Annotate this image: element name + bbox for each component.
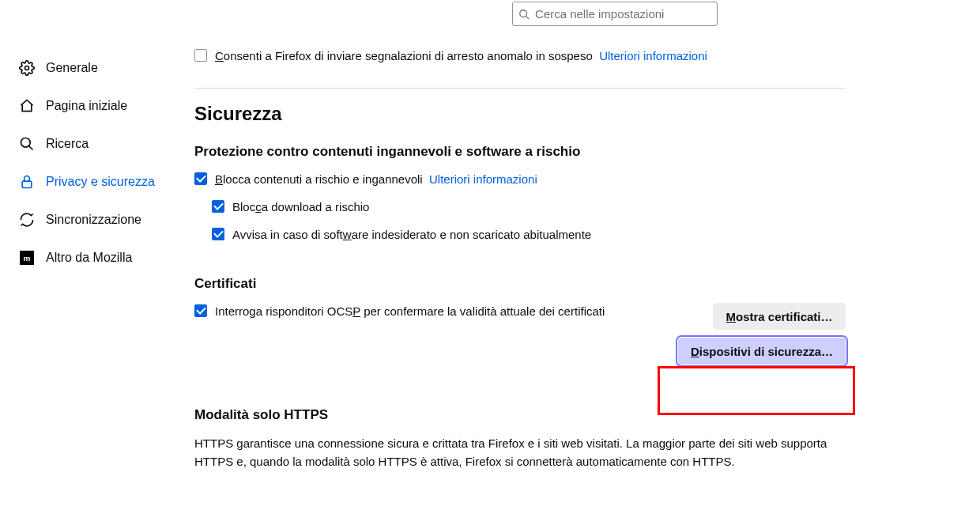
- https-only-section: Modalità solo HTTPS HTTPS garantisce una…: [194, 407, 846, 471]
- block-dangerous-checkbox[interactable]: [194, 172, 207, 185]
- warn-unwanted-checkbox[interactable]: [212, 228, 224, 240]
- crash-report-learn-more-link[interactable]: Ulteriori informazioni: [599, 49, 707, 62]
- certificates-section: Certificati Interroga risponditori OCSP …: [194, 276, 846, 365]
- view-certificates-button[interactable]: Mostra certificati…: [713, 303, 846, 330]
- deceptive-content-section: Protezione contro contenuti ingannevoli …: [194, 144, 846, 243]
- lock-icon: [19, 174, 35, 190]
- block-dangerous-label: Blocca contenuti a rischio e ingannevoli…: [215, 171, 537, 187]
- crash-report-label: Consenti a Firefox di inviare segnalazio…: [215, 47, 707, 64]
- svg-point-2: [25, 66, 29, 70]
- sidebar-item-sync[interactable]: Sincronizzazione: [19, 201, 185, 239]
- sync-icon: [19, 212, 35, 228]
- crash-report-row: Consenti a Firefox di inviare segnalazio…: [194, 47, 846, 64]
- search-icon: [518, 9, 530, 20]
- security-heading: Sicurezza: [194, 103, 846, 125]
- svg-line-1: [526, 16, 530, 19]
- main-content: Consenti a Firefox di inviare segnalazio…: [194, 47, 846, 471]
- block-downloads-checkbox[interactable]: [212, 200, 224, 213]
- sidebar-item-label: Privacy e sicurezza: [46, 175, 155, 189]
- search-input[interactable]: [512, 2, 718, 26]
- ocsp-label: Interroga risponditori OCSP per conferma…: [215, 303, 605, 319]
- svg-line-4: [29, 146, 33, 150]
- https-description: HTTPS garantisce una connessione sicura …: [194, 434, 846, 471]
- mozilla-icon: m: [19, 250, 35, 266]
- certificates-heading: Certificati: [194, 276, 846, 292]
- sidebar-item-home[interactable]: Pagina iniziale: [19, 87, 185, 125]
- sidebar: Generale Pagina iniziale Ricerca Privacy…: [19, 49, 185, 277]
- svg-rect-5: [22, 181, 32, 187]
- sidebar-item-more-mozilla[interactable]: m Altro da Mozilla: [19, 239, 185, 277]
- block-downloads-label: Blocca download a rischio: [232, 198, 369, 215]
- home-icon: [19, 98, 35, 114]
- sidebar-item-general[interactable]: Generale: [19, 49, 185, 87]
- sidebar-item-search[interactable]: Ricerca: [19, 125, 185, 163]
- section-divider: [194, 88, 846, 89]
- svg-text:m: m: [24, 254, 31, 263]
- sidebar-item-label: Generale: [46, 61, 98, 75]
- search-container: [512, 2, 718, 26]
- ocsp-checkbox[interactable]: [194, 304, 207, 317]
- sidebar-item-label: Altro da Mozilla: [46, 251, 132, 265]
- gear-icon: [19, 60, 35, 76]
- sidebar-item-privacy[interactable]: Privacy e sicurezza: [19, 163, 185, 201]
- deceptive-learn-more-link[interactable]: Ulteriori informazioni: [429, 172, 537, 186]
- svg-point-0: [520, 9, 527, 17]
- sidebar-item-label: Sincronizzazione: [46, 213, 141, 227]
- https-heading: Modalità solo HTTPS: [194, 407, 846, 423]
- security-devices-button[interactable]: Dispositivi di sicurezza…: [678, 338, 846, 365]
- sidebar-item-label: Ricerca: [46, 137, 89, 151]
- search-icon: [19, 136, 35, 152]
- deceptive-heading: Protezione contro contenuti ingannevoli …: [194, 144, 846, 160]
- warn-unwanted-label: Avvisa in caso di software indesiderato …: [232, 226, 591, 243]
- sidebar-item-label: Pagina iniziale: [46, 99, 127, 113]
- crash-report-checkbox[interactable]: [194, 49, 207, 62]
- svg-point-3: [21, 138, 31, 148]
